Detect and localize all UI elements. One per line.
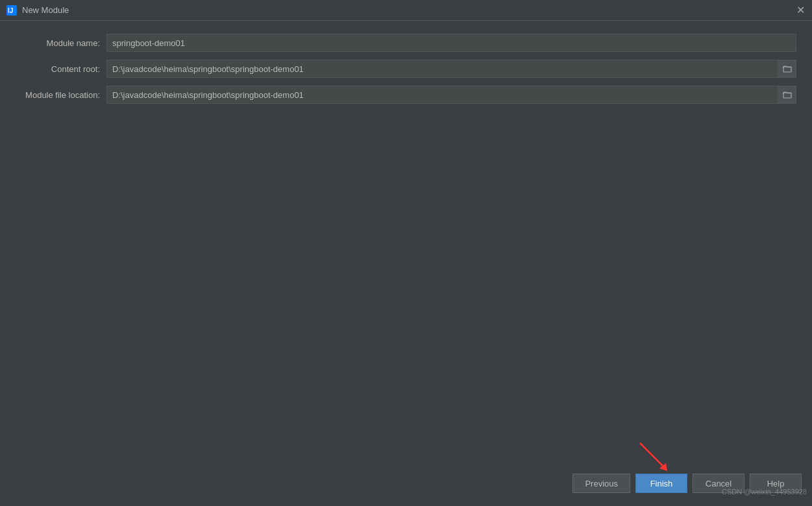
module-file-location-row: Module file location: <box>16 86 796 104</box>
module-name-label: Module name: <box>16 38 106 48</box>
module-file-location-folder-button[interactable] <box>778 86 796 104</box>
close-button[interactable]: ✕ <box>795 5 806 16</box>
svg-text:IJ: IJ <box>8 7 13 14</box>
intellij-icon: IJ <box>6 5 17 16</box>
svg-rect-2 <box>783 67 791 72</box>
dialog-container: IJ New Module ✕ Module name: Content roo… <box>0 0 812 506</box>
content-root-label: Content root: <box>16 64 106 74</box>
finish-button[interactable]: Finish <box>635 474 687 493</box>
title-bar: IJ New Module ✕ <box>0 0 812 21</box>
module-file-location-label: Module file location: <box>16 90 106 100</box>
module-name-input[interactable] <box>106 34 796 52</box>
dialog-title: New Module <box>22 5 795 15</box>
content-root-folder-button[interactable] <box>778 60 796 78</box>
module-name-row: Module name: <box>16 34 796 52</box>
main-content: Module name: Content root: Module file l… <box>0 21 812 506</box>
content-root-row: Content root: <box>16 60 796 78</box>
module-file-location-input-container <box>106 86 796 104</box>
module-name-input-container <box>106 34 796 52</box>
watermark: CSDN @weixin_44953928 <box>717 484 812 500</box>
previous-button[interactable]: Previous <box>572 474 630 493</box>
content-root-input-container <box>106 60 796 78</box>
button-bar: Previous Finish Cancel Help <box>0 467 812 500</box>
module-file-location-input[interactable] <box>106 86 778 104</box>
content-root-input[interactable] <box>106 60 778 78</box>
svg-rect-3 <box>783 93 791 98</box>
watermark-text: CSDN @weixin_44953928 <box>722 488 807 496</box>
